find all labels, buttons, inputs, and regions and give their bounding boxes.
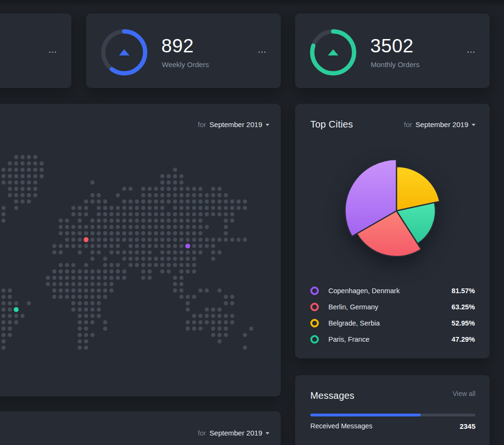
map-dot	[1, 307, 6, 312]
map-dot	[148, 250, 152, 255]
map-dot	[78, 269, 82, 274]
map-dot	[103, 225, 108, 229]
map-dot	[179, 180, 184, 185]
map-dot	[20, 155, 25, 159]
map-dot	[198, 326, 203, 331]
map-dot	[173, 225, 177, 229]
map-marker-purple[interactable]	[185, 244, 190, 248]
map-dot	[90, 288, 95, 293]
legend-item[interactable]: Berlin, Germany63.25%	[310, 299, 475, 315]
map-dot	[122, 276, 127, 280]
map-dot	[97, 269, 101, 274]
map-dot	[128, 231, 133, 236]
map-dot	[217, 237, 222, 242]
map-dot	[205, 314, 209, 318]
map-dot	[135, 225, 139, 229]
map-dot	[148, 269, 152, 274]
map-dot	[160, 237, 165, 242]
map-dot	[71, 225, 76, 229]
map-dot	[148, 199, 152, 204]
map-dot	[160, 250, 165, 255]
map-dot	[211, 206, 216, 210]
map-dot	[90, 225, 95, 229]
map-dot	[33, 180, 38, 185]
legend-item[interactable]: Copenhagen, Denmark81.57%	[310, 283, 475, 299]
map-dot	[128, 218, 133, 223]
map-dot	[243, 346, 247, 350]
map-dot	[211, 326, 216, 331]
map-dot	[186, 295, 190, 299]
map-dot	[186, 263, 190, 267]
map-dot	[20, 314, 25, 318]
map-dot	[97, 225, 101, 229]
map-dot	[20, 174, 25, 178]
map-dot	[71, 301, 76, 306]
map-dot	[217, 206, 222, 210]
legend-percent: 52.95%	[452, 319, 475, 327]
map-dot	[20, 193, 25, 198]
map-dot	[179, 187, 184, 191]
month-filter-bottom[interactable]: for September 2019	[198, 428, 269, 437]
ellipsis-menu-icon[interactable]	[257, 49, 267, 55]
map-dot	[192, 263, 196, 267]
map-dot	[205, 225, 209, 229]
map-dot	[217, 339, 222, 344]
map-dot	[167, 225, 171, 229]
map-dot	[211, 250, 216, 255]
map-dot	[109, 250, 114, 255]
map-dot	[78, 282, 82, 287]
map-dot	[167, 257, 171, 261]
map-dot	[97, 237, 101, 242]
map-dot	[179, 282, 184, 287]
map-dot	[71, 263, 76, 267]
map-dot	[217, 320, 222, 325]
ellipsis-menu-icon[interactable]	[47, 49, 58, 55]
map-dot	[141, 225, 146, 229]
map-dot	[122, 257, 127, 261]
map-dot	[90, 307, 95, 312]
map-dot	[154, 231, 158, 236]
map-marker-red[interactable]	[84, 237, 89, 242]
map-dot	[59, 263, 63, 267]
chevron-down-icon	[266, 124, 269, 126]
map-dot	[20, 180, 25, 185]
map-dot	[192, 218, 196, 223]
map-dot	[173, 218, 177, 223]
map-dot	[192, 244, 196, 248]
map-dot	[97, 218, 101, 223]
map-dot	[78, 218, 82, 223]
map-dot	[141, 257, 146, 261]
map-dot	[160, 244, 165, 248]
legend-item[interactable]: Paris, France47.29%	[310, 331, 475, 347]
month-filter-map[interactable]: for September 2019	[198, 120, 269, 129]
map-marker-green[interactable]	[14, 307, 19, 312]
map-dot	[173, 257, 177, 261]
map-dot	[128, 263, 133, 267]
map-dot	[192, 257, 196, 261]
map-dot	[8, 314, 12, 318]
map-dot	[167, 199, 171, 204]
map-dot	[97, 212, 101, 217]
map-dot	[160, 212, 165, 217]
map-dot	[205, 307, 209, 312]
map-dot	[192, 269, 196, 274]
view-all-link[interactable]: View all	[453, 390, 475, 397]
map-dot	[179, 257, 184, 261]
map-dot	[59, 244, 63, 248]
map-dot	[71, 282, 76, 287]
ellipsis-menu-icon[interactable]	[465, 49, 476, 55]
map-dot	[97, 193, 101, 198]
legend-item[interactable]: Belgrade, Serbia52.95%	[310, 315, 475, 331]
map-dot	[160, 193, 165, 198]
map-dot	[90, 199, 95, 204]
map-dot	[135, 257, 139, 261]
month-filter-top-cities[interactable]: for September 2019	[404, 120, 475, 129]
map-dot	[84, 301, 89, 306]
map-dot	[84, 231, 89, 236]
map-dot	[230, 320, 235, 325]
map-dot	[97, 231, 101, 236]
map-dot	[173, 212, 177, 217]
map-dot	[148, 237, 152, 242]
map-dot	[205, 244, 209, 248]
map-dot	[167, 231, 171, 236]
